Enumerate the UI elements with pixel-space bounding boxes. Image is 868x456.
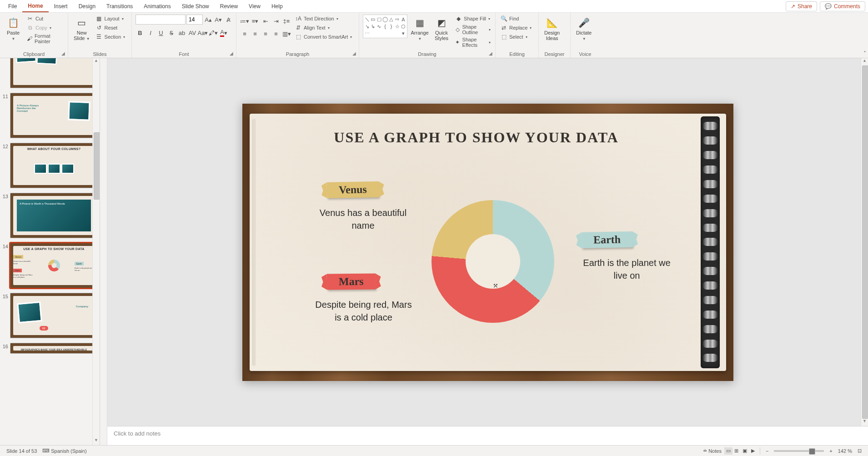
venus-label-tape[interactable]: Venus [326, 181, 378, 198]
slide-title[interactable]: USE A GRAPH TO SHOW YOUR DATA [263, 129, 690, 146]
convert-smartart-button[interactable]: ⬚Convert to SmartArt▾ [294, 33, 353, 41]
paste-button[interactable]: 📋 Paste▼ [4, 15, 23, 42]
text-direction-button[interactable]: ↕AText Direction▾ [294, 15, 353, 23]
section-button[interactable]: ☰Section▾ [95, 33, 126, 41]
slideshow-view-button[interactable]: ▶ [749, 447, 757, 455]
copy-button[interactable]: ⧉Copy▾ [25, 24, 64, 32]
zoom-out-button[interactable]: − [763, 448, 771, 454]
language-status[interactable]: ⌨Spanish (Spain) [40, 448, 89, 454]
decrease-font-button[interactable]: A▾ [214, 15, 223, 24]
highlight-button[interactable]: 🖍▾ [209, 28, 218, 37]
canvas-scrollbar[interactable]: ▲ ▼ [861, 58, 868, 426]
tab-animations[interactable]: Animations [138, 1, 176, 12]
scroll-up-icon[interactable]: ▲ [93, 58, 100, 65]
font-dialog-launcher[interactable]: ◢ [228, 50, 235, 56]
venus-description[interactable]: Venus has a beautiful name [318, 206, 409, 232]
justify-button[interactable]: ≡ [271, 29, 281, 38]
reading-view-button[interactable]: ▣ [741, 447, 749, 455]
splitter[interactable] [100, 58, 107, 445]
donut-chart[interactable] [431, 200, 554, 323]
columns-button[interactable]: ▥▾ [282, 29, 291, 38]
slide[interactable]: USE A GRAPH TO SHOW YOUR DATA Venus Venu… [242, 104, 733, 381]
align-left-button[interactable]: ≡ [240, 29, 249, 38]
replace-button[interactable]: ⇄Replace▾ [499, 24, 532, 32]
drawing-dialog-launcher[interactable]: ◢ [487, 50, 494, 56]
tab-help[interactable]: Help [266, 1, 288, 12]
tab-file[interactable]: File [3, 1, 22, 12]
reset-button[interactable]: ↺Reset [95, 24, 126, 32]
design-ideas-button[interactable]: 📐 Design Ideas [542, 15, 562, 42]
tab-view[interactable]: View [243, 1, 266, 12]
line-spacing-button[interactable]: ‡≡ [282, 16, 291, 25]
cut-button[interactable]: ✂Cut [25, 15, 64, 23]
slide-thumbnail-14[interactable]: USE A GRAPH TO SHOW YOUR DATA Venus Venu… [10, 243, 98, 288]
collapse-ribbon-button[interactable]: ˄ [863, 50, 866, 57]
arrange-button[interactable]: ▦ Arrange▼ [410, 15, 429, 42]
change-case-button[interactable]: Aa▾ [198, 28, 207, 37]
font-size-input[interactable] [186, 15, 203, 25]
underline-button[interactable]: U [156, 28, 166, 37]
scroll-up-icon[interactable]: ▲ [861, 58, 868, 65]
zoom-slider[interactable] [774, 450, 824, 452]
select-button[interactable]: ⬚Select▾ [499, 33, 532, 41]
align-right-button[interactable]: ≡ [261, 29, 270, 38]
font-name-input[interactable] [135, 15, 186, 25]
tab-slide-show[interactable]: Slide Show [176, 1, 215, 12]
gallery-expand-icon[interactable]: ▾ [401, 30, 406, 37]
bullets-button[interactable]: ≔▾ [240, 16, 249, 25]
mars-description[interactable]: Despite being red, Mars is a cold place [311, 298, 416, 324]
numbering-button[interactable]: ≡▾ [251, 16, 260, 25]
clipboard-dialog-launcher[interactable]: ◢ [60, 50, 66, 56]
shape-outline-button[interactable]: ◇Shape Outline▾ [454, 24, 492, 35]
slide-thumbnail-16[interactable]: INFOGRAPHICS MAKE YOUR IDEA UNDERSTANDAB… [10, 343, 98, 354]
earth-label-tape[interactable]: Earth [581, 231, 632, 248]
paragraph-dialog-launcher[interactable]: ◢ [351, 50, 357, 56]
zoom-in-button[interactable]: + [827, 448, 835, 454]
shape-effects-button[interactable]: ✦Shape Effects▾ [454, 36, 492, 48]
tab-home[interactable]: Home [22, 0, 48, 12]
bold-button[interactable]: B [135, 28, 145, 37]
share-button[interactable]: ↗Share [786, 1, 817, 11]
format-painter-button[interactable]: 🖌Format Painter [25, 33, 64, 45]
slide-thumbnail-10[interactable] [10, 58, 98, 88]
scroll-down-icon[interactable]: ▼ [861, 419, 868, 426]
shapes-gallery[interactable]: ＼▭▢◯△⇨A ↘↳∿{}☆⬡ ⋯▾ [363, 15, 407, 38]
tab-design[interactable]: Design [73, 1, 101, 12]
shape-fill-button[interactable]: ◆Shape Fill▾ [454, 15, 492, 23]
zoom-slider-thumb[interactable] [809, 448, 815, 455]
strikethrough-button[interactable]: S̶ [167, 28, 176, 37]
fit-to-window-button[interactable]: ⊡ [855, 448, 864, 454]
increase-indent-button[interactable]: ⇥ [271, 16, 281, 25]
align-center-button[interactable]: ≡ [251, 29, 260, 38]
zoom-level[interactable]: 142 % [835, 448, 855, 454]
tab-transitions[interactable]: Transitions [101, 1, 138, 12]
quick-styles-button[interactable]: ◩ Quick Styles [432, 15, 451, 42]
decrease-indent-button[interactable]: ⇤ [261, 16, 270, 25]
notes-toggle-button[interactable]: ≐Notes [700, 448, 724, 454]
slide-thumbnail-11[interactable]: A Picture Always Reinforces the Concept [10, 93, 98, 138]
tab-insert[interactable]: Insert [49, 1, 73, 12]
align-text-button[interactable]: ⇵Align Text▾ [294, 24, 353, 32]
font-color-button[interactable]: A▾ [219, 28, 228, 37]
earth-description[interactable]: Earth is the planet we live on [577, 256, 677, 282]
normal-view-button[interactable]: ▭ [724, 447, 733, 455]
comments-button[interactable]: 💬Comments [820, 1, 865, 11]
new-slide-button[interactable]: ▭ New Slide ▼ [72, 15, 92, 42]
slide-thumbnail-12[interactable]: WHAT ABOUT FOUR COLUMNS? [10, 143, 98, 188]
layout-button[interactable]: ▦Layout▾ [95, 15, 126, 23]
scrollbar-thumb[interactable] [94, 132, 100, 199]
scrollbar-thumb[interactable] [862, 65, 868, 419]
notes-pane[interactable]: Click to add notes [107, 426, 868, 445]
dictate-button[interactable]: 🎤 Dictate▼ [574, 15, 593, 42]
thumbnail-scrollbar[interactable]: ▲ ▼ [92, 58, 100, 445]
thumbnail-panel[interactable]: 10 11 A Picture Always Reinforces the Co… [0, 58, 100, 445]
increase-font-button[interactable]: A▴ [204, 15, 213, 24]
slide-thumbnail-13[interactable]: A Picture is Worth a Thousand Words [10, 193, 98, 238]
slide-sorter-view-button[interactable]: ⊞ [733, 447, 741, 455]
slide-counter[interactable]: Slide 14 of 53 [4, 448, 40, 454]
shadow-button[interactable]: ab [177, 28, 186, 37]
italic-button[interactable]: I [146, 28, 155, 37]
slide-thumbnail-15[interactable]: Company 02 [10, 293, 98, 338]
find-button[interactable]: 🔍Find [499, 15, 532, 23]
slide-editor[interactable]: USE A GRAPH TO SHOW YOUR DATA Venus Venu… [107, 58, 868, 426]
